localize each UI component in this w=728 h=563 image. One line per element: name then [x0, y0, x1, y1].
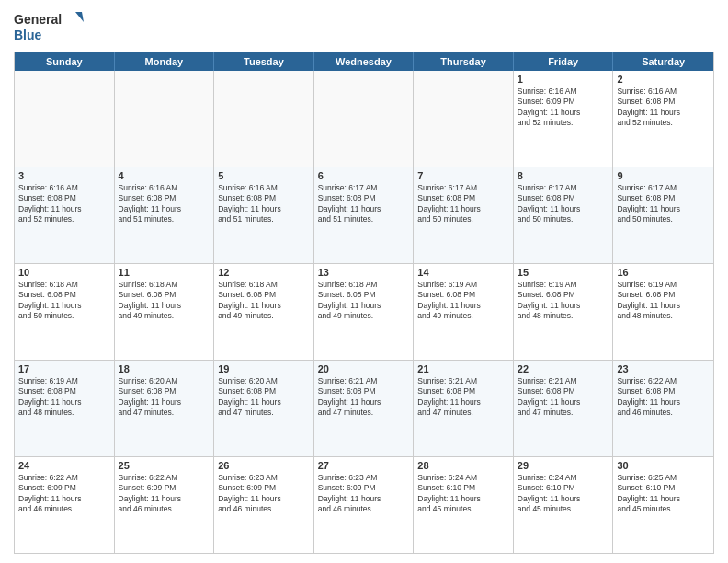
day-info: Sunrise: 6:19 AM Sunset: 6:08 PM Dayligh…: [617, 280, 710, 322]
day-info: Sunrise: 6:21 AM Sunset: 6:08 PM Dayligh…: [318, 376, 410, 419]
day-info: Sunrise: 6:22 AM Sunset: 6:09 PM Dayligh…: [119, 473, 210, 515]
calendar-cell: 11Sunrise: 6:18 AM Sunset: 6:08 PM Dayli…: [115, 264, 215, 360]
day-number: 22: [518, 363, 609, 374]
header-thursday: Thursday: [414, 52, 514, 71]
calendar-cell: 4Sunrise: 6:16 AM Sunset: 6:08 PM Daylig…: [115, 167, 215, 263]
page: General Blue SundayMondayTuesdayWednesda…: [0, 0, 728, 563]
day-number: 13: [318, 267, 410, 278]
day-info: Sunrise: 6:20 AM Sunset: 6:08 PM Dayligh…: [119, 376, 210, 419]
calendar-cell: 24Sunrise: 6:22 AM Sunset: 6:09 PM Dayli…: [15, 457, 115, 553]
day-info: Sunrise: 6:19 AM Sunset: 6:08 PM Dayligh…: [518, 280, 609, 322]
calendar-body: 1Sunrise: 6:16 AM Sunset: 6:09 PM Daylig…: [15, 71, 713, 553]
header-sunday: Sunday: [15, 52, 115, 71]
day-info: Sunrise: 6:21 AM Sunset: 6:08 PM Dayligh…: [417, 376, 509, 419]
logo-svg: General Blue: [14, 9, 87, 46]
logo: General Blue: [14, 9, 87, 46]
day-number: 15: [518, 267, 609, 278]
day-info: Sunrise: 6:16 AM Sunset: 6:08 PM Dayligh…: [617, 86, 710, 129]
calendar-cell: [314, 71, 415, 167]
day-info: Sunrise: 6:25 AM Sunset: 6:10 PM Dayligh…: [617, 473, 710, 515]
calendar-cell: 3Sunrise: 6:16 AM Sunset: 6:08 PM Daylig…: [15, 167, 115, 263]
day-info: Sunrise: 6:19 AM Sunset: 6:08 PM Dayligh…: [18, 376, 110, 419]
day-info: Sunrise: 6:24 AM Sunset: 6:10 PM Dayligh…: [417, 473, 509, 515]
week-row-4: 17Sunrise: 6:19 AM Sunset: 6:08 PM Dayli…: [15, 361, 713, 457]
day-info: Sunrise: 6:16 AM Sunset: 6:08 PM Dayligh…: [119, 183, 210, 225]
day-info: Sunrise: 6:20 AM Sunset: 6:08 PM Dayligh…: [218, 376, 310, 419]
day-number: 14: [417, 267, 509, 278]
day-info: Sunrise: 6:17 AM Sunset: 6:08 PM Dayligh…: [417, 183, 509, 225]
day-number: 2: [617, 74, 710, 85]
calendar-cell: 14Sunrise: 6:19 AM Sunset: 6:08 PM Dayli…: [414, 264, 514, 360]
svg-marker-2: [75, 12, 84, 22]
svg-text:Blue: Blue: [14, 28, 42, 42]
svg-text:General: General: [14, 12, 62, 27]
calendar-cell: 28Sunrise: 6:24 AM Sunset: 6:10 PM Dayli…: [414, 457, 514, 553]
day-number: 9: [617, 170, 710, 181]
day-number: 28: [417, 460, 509, 471]
calendar-cell: 2Sunrise: 6:16 AM Sunset: 6:08 PM Daylig…: [613, 71, 713, 167]
calendar-cell: 7Sunrise: 6:17 AM Sunset: 6:08 PM Daylig…: [414, 167, 514, 263]
calendar-cell: 17Sunrise: 6:19 AM Sunset: 6:08 PM Dayli…: [15, 361, 115, 456]
calendar-cell: 6Sunrise: 6:17 AM Sunset: 6:08 PM Daylig…: [314, 167, 415, 263]
day-number: 7: [417, 170, 509, 181]
calendar-cell: 8Sunrise: 6:17 AM Sunset: 6:08 PM Daylig…: [514, 167, 614, 263]
calendar-cell: 15Sunrise: 6:19 AM Sunset: 6:08 PM Dayli…: [514, 264, 614, 360]
calendar-cell: 20Sunrise: 6:21 AM Sunset: 6:08 PM Dayli…: [314, 361, 415, 456]
calendar-cell: 12Sunrise: 6:18 AM Sunset: 6:08 PM Dayli…: [214, 264, 314, 360]
day-number: 4: [119, 170, 210, 181]
day-number: 19: [218, 363, 310, 374]
day-number: 12: [218, 267, 310, 278]
header-saturday: Saturday: [613, 52, 713, 71]
day-info: Sunrise: 6:19 AM Sunset: 6:08 PM Dayligh…: [417, 280, 509, 322]
calendar-cell: 23Sunrise: 6:22 AM Sunset: 6:08 PM Dayli…: [613, 361, 713, 456]
day-info: Sunrise: 6:18 AM Sunset: 6:08 PM Dayligh…: [18, 280, 110, 322]
week-row-2: 3Sunrise: 6:16 AM Sunset: 6:08 PM Daylig…: [15, 167, 713, 264]
day-number: 27: [318, 460, 410, 471]
day-number: 24: [18, 460, 110, 471]
calendar-cell: 26Sunrise: 6:23 AM Sunset: 6:09 PM Dayli…: [214, 457, 314, 553]
day-number: 1: [518, 74, 609, 85]
header-friday: Friday: [514, 52, 614, 71]
day-info: Sunrise: 6:22 AM Sunset: 6:09 PM Dayligh…: [18, 473, 110, 515]
calendar-cell: 9Sunrise: 6:17 AM Sunset: 6:08 PM Daylig…: [613, 167, 713, 263]
calendar-cell: 27Sunrise: 6:23 AM Sunset: 6:09 PM Dayli…: [314, 457, 415, 553]
calendar-cell: 29Sunrise: 6:24 AM Sunset: 6:10 PM Dayli…: [514, 457, 614, 553]
day-info: Sunrise: 6:23 AM Sunset: 6:09 PM Dayligh…: [318, 473, 410, 515]
day-info: Sunrise: 6:18 AM Sunset: 6:08 PM Dayligh…: [218, 280, 310, 322]
week-row-3: 10Sunrise: 6:18 AM Sunset: 6:08 PM Dayli…: [15, 264, 713, 361]
day-number: 21: [417, 363, 509, 374]
calendar-cell: [115, 71, 215, 167]
day-number: 17: [18, 363, 110, 374]
week-row-5: 24Sunrise: 6:22 AM Sunset: 6:09 PM Dayli…: [15, 457, 713, 553]
day-number: 6: [318, 170, 410, 181]
header-monday: Monday: [115, 52, 215, 71]
header-tuesday: Tuesday: [214, 52, 314, 71]
day-info: Sunrise: 6:16 AM Sunset: 6:08 PM Dayligh…: [218, 183, 310, 225]
calendar-cell: 30Sunrise: 6:25 AM Sunset: 6:10 PM Dayli…: [613, 457, 713, 553]
day-number: 26: [218, 460, 310, 471]
day-info: Sunrise: 6:17 AM Sunset: 6:08 PM Dayligh…: [518, 183, 609, 225]
day-number: 30: [617, 460, 710, 471]
header: General Blue: [14, 9, 714, 46]
day-number: 25: [119, 460, 210, 471]
calendar: SundayMondayTuesdayWednesdayThursdayFrid…: [14, 52, 714, 554]
day-number: 18: [119, 363, 210, 374]
day-info: Sunrise: 6:16 AM Sunset: 6:09 PM Dayligh…: [518, 86, 609, 129]
header-wednesday: Wednesday: [314, 52, 415, 71]
day-info: Sunrise: 6:22 AM Sunset: 6:08 PM Dayligh…: [617, 376, 710, 419]
day-number: 29: [518, 460, 609, 471]
calendar-cell: 1Sunrise: 6:16 AM Sunset: 6:09 PM Daylig…: [514, 71, 614, 167]
day-number: 3: [18, 170, 110, 181]
calendar-cell: 22Sunrise: 6:21 AM Sunset: 6:08 PM Dayli…: [514, 361, 614, 456]
day-info: Sunrise: 6:24 AM Sunset: 6:10 PM Dayligh…: [518, 473, 609, 515]
day-info: Sunrise: 6:23 AM Sunset: 6:09 PM Dayligh…: [218, 473, 310, 515]
calendar-cell: [414, 71, 514, 167]
calendar-cell: 16Sunrise: 6:19 AM Sunset: 6:08 PM Dayli…: [613, 264, 713, 360]
week-row-1: 1Sunrise: 6:16 AM Sunset: 6:09 PM Daylig…: [15, 71, 713, 167]
calendar-cell: 19Sunrise: 6:20 AM Sunset: 6:08 PM Dayli…: [214, 361, 314, 456]
day-number: 20: [318, 363, 410, 374]
day-info: Sunrise: 6:18 AM Sunset: 6:08 PM Dayligh…: [318, 280, 410, 322]
calendar-cell: [15, 71, 115, 167]
day-number: 16: [617, 267, 710, 278]
calendar-cell: 25Sunrise: 6:22 AM Sunset: 6:09 PM Dayli…: [115, 457, 215, 553]
